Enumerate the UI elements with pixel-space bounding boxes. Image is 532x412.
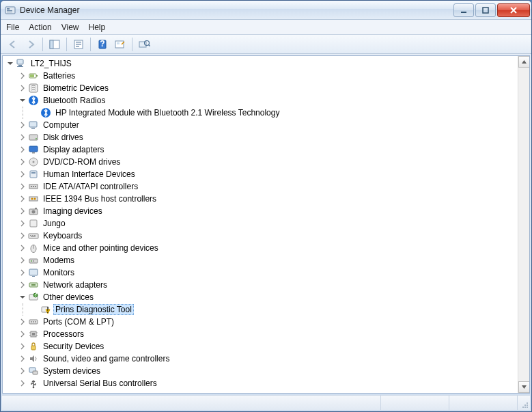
category-label[interactable]: Disk drives [41,132,85,143]
svg-rect-31 [29,146,38,152]
svg-rect-9 [76,42,81,43]
tree-root: LT2_THIJSBatteriesBiometric DevicesBluet… [5,57,518,389]
category-label[interactable]: Keyboards [41,230,84,241]
category-label[interactable]: System devices [41,366,102,376]
menu-action[interactable]: Action [29,23,51,32]
category-label[interactable]: Imaging devices [41,206,104,217]
collapse-icon[interactable] [5,59,15,68]
category-label[interactable]: Universal Serial Bus controllers [41,378,159,389]
root-label[interactable]: LT2_THIJS [29,58,74,69]
resize-grip[interactable] [518,396,530,410]
status-cell [449,396,518,410]
tree-category: System devices [18,365,518,377]
svg-rect-72 [32,333,35,335]
expand-icon[interactable] [18,354,27,363]
expand-icon[interactable] [18,206,27,216]
tree-category: Security Devices [18,340,518,353]
menu-help[interactable]: Help [89,23,106,32]
expand-icon[interactable] [18,329,27,339]
expand-icon[interactable] [18,243,27,253]
category-label[interactable]: Sound, video and game controllers [41,353,171,364]
device-label[interactable]: HP Integrated Module with Bluetooth 2.1 … [53,107,281,118]
maximize-button[interactable] [475,3,496,17]
expand-icon[interactable] [18,280,27,290]
update-driver-button[interactable] [136,37,152,52]
svg-rect-46 [35,208,37,209]
help-button[interactable]: ? [94,37,111,52]
category-label[interactable]: IDE ATA/ATAPI controllers [41,181,140,192]
category-label[interactable]: Human Interface Devices [41,169,137,180]
minimize-button[interactable] [453,3,474,17]
expand-icon[interactable] [18,120,27,130]
scroll-down-button[interactable] [518,381,530,393]
category-label[interactable]: Mice and other pointing devices [41,243,160,253]
scroll-up-button[interactable] [518,56,530,68]
hid-icon [28,169,39,180]
forward-button[interactable] [23,37,39,52]
expand-icon[interactable] [18,145,27,154]
vertical-scrollbar[interactable] [518,56,529,393]
category-label[interactable]: Bluetooth Radios [41,95,107,106]
computer-icon [16,58,27,69]
category-label[interactable]: Batteries [41,70,77,81]
category-label[interactable]: Processors [41,329,86,340]
menu-view[interactable]: View [61,23,79,32]
other-icon: ? [28,292,39,303]
svg-rect-28 [31,128,35,129]
category-label[interactable]: Ports (COM & LPT) [41,316,116,327]
device-tree[interactable]: LT2_THIJSBatteriesBiometric DevicesBluet… [3,56,518,393]
tree-category: DVD/CD-ROM drives [18,156,518,168]
category-label[interactable]: Monitors [41,267,76,278]
device-manager-window: Device Manager File Action View Help [0,0,532,412]
collapse-icon[interactable] [18,96,27,105]
titlebar[interactable]: Device Manager [1,1,531,20]
category-label[interactable]: Other devices [41,292,96,303]
properties-button[interactable] [70,37,87,52]
status-cell [381,396,449,410]
category-label[interactable]: Biometric Devices [41,83,111,94]
expand-icon[interactable] [18,379,27,388]
category-label[interactable]: Security Devices [41,341,106,352]
svg-rect-20 [17,66,23,67]
tree-category: Processors [18,328,518,340]
toolbar-separator [42,38,43,51]
expand-icon[interactable] [18,194,27,204]
category-label[interactable]: DVD/CD-ROM drives [41,156,122,167]
tree-category: Ports (COM & LPT) [18,316,518,328]
expand-icon[interactable] [18,133,27,142]
expand-icon[interactable] [18,71,27,81]
scan-hardware-button[interactable] [112,37,128,52]
category-label[interactable]: IEEE 1394 Bus host controllers [41,193,158,204]
device-label[interactable]: Prins Diagnostic Tool [53,304,134,315]
cpu-icon [28,329,39,340]
expand-icon[interactable] [18,182,27,191]
network-icon [28,279,39,290]
tree-category: Bluetooth RadiosHP Integrated Module wit… [18,94,518,119]
show-hide-console-tree-button[interactable] [46,37,63,52]
display-icon [28,144,39,155]
expand-icon[interactable] [18,231,27,241]
back-button[interactable] [5,37,21,52]
svg-point-80 [33,387,35,389]
category-label[interactable]: Jungo [41,218,68,229]
expand-icon[interactable] [18,342,27,351]
expand-icon[interactable] [18,219,27,228]
category-label[interactable]: Computer [41,120,81,131]
expand-icon[interactable] [18,157,27,167]
expand-icon[interactable] [18,169,27,179]
bluetooth-icon [40,107,51,118]
expand-icon[interactable] [18,83,27,93]
expand-icon[interactable] [18,366,27,376]
category-label[interactable]: Network adapters [41,279,109,290]
close-button[interactable] [497,3,530,17]
category-label[interactable]: Modems [41,255,76,266]
monitor-icon [28,267,39,278]
expand-icon[interactable] [18,268,27,277]
menu-file[interactable]: File [6,23,19,32]
collapse-icon[interactable] [18,292,27,302]
expand-icon[interactable] [18,256,27,265]
status-cell [2,396,381,410]
expand-icon[interactable] [18,317,27,327]
category-label[interactable]: Display adapters [41,144,106,155]
svg-point-84 [527,404,528,406]
